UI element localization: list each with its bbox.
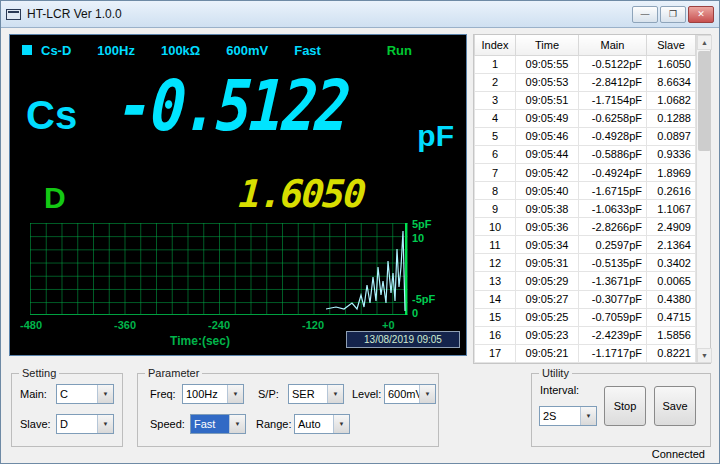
- waveform-trace: [326, 231, 405, 311]
- table-cell: -2.8266pF: [579, 218, 647, 236]
- log-panel: Index Time Main Slave 109:05:55-0.5122pF…: [473, 34, 711, 364]
- table-cell: 7: [475, 163, 516, 181]
- col-header-slave[interactable]: Slave: [647, 35, 696, 55]
- table-row[interactable]: 309:05:51-1.7154pF1.0682: [475, 91, 696, 109]
- setting-group-title: Setting: [19, 367, 59, 379]
- chevron-down-icon[interactable]: ▼: [97, 415, 113, 433]
- table-cell: 9: [475, 200, 516, 218]
- chevron-down-icon[interactable]: ▼: [327, 385, 343, 403]
- table-row[interactable]: 809:05:40-1.6715pF0.2616: [475, 182, 696, 200]
- col-header-main[interactable]: Main: [579, 35, 647, 55]
- maximize-button[interactable]: ❐: [660, 6, 686, 23]
- table-row[interactable]: 1609:05:23-2.4239pF1.5856: [475, 326, 696, 344]
- table-cell: -0.6258pF: [579, 109, 647, 127]
- table-cell: 2.1364: [647, 236, 696, 254]
- table-cell: 09:05:34: [516, 236, 579, 254]
- range-readout: 100kΩ: [161, 43, 200, 58]
- chevron-down-icon[interactable]: ▼: [97, 385, 113, 403]
- parameter-group-title: Parameter: [145, 367, 202, 379]
- table-cell: -2.8412pF: [579, 73, 647, 91]
- x-tick: +0: [382, 319, 395, 331]
- table-row[interactable]: 1709:05:21-1.1717pF0.8221: [475, 344, 696, 362]
- table-row[interactable]: 609:05:44-0.5886pF0.9336: [475, 145, 696, 163]
- chevron-down-icon[interactable]: ▼: [229, 415, 245, 433]
- table-cell: 0.4715: [647, 308, 696, 326]
- main-select[interactable]: C ▼: [56, 384, 114, 404]
- scroll-up-icon[interactable]: ▲: [697, 35, 712, 50]
- level-readout: 600mV: [226, 43, 268, 58]
- speed-label: Speed:: [150, 418, 185, 430]
- window-title: HT-LCR Ver 1.0.0: [27, 7, 122, 21]
- table-cell: 1.1067: [647, 200, 696, 218]
- table-row[interactable]: 709:05:42-0.4924pF1.8969: [475, 163, 696, 181]
- x-tick: -240: [208, 319, 230, 331]
- table-cell: 09:05:38: [516, 200, 579, 218]
- y-axis-top-secondary: 10: [412, 232, 424, 244]
- col-header-index[interactable]: Index: [475, 35, 516, 55]
- table-row[interactable]: 1009:05:36-2.8266pF2.4909: [475, 218, 696, 236]
- slave-select-value: D: [57, 415, 97, 433]
- table-cell: 14: [475, 290, 516, 308]
- table-scrollbar[interactable]: ▲ ▼: [696, 35, 710, 363]
- app-icon: [6, 9, 21, 20]
- table-cell: -1.6715pF: [579, 182, 647, 200]
- table-row[interactable]: 1109:05:340.2597pF2.1364: [475, 236, 696, 254]
- table-row[interactable]: 1309:05:29-1.3671pF0.0065: [475, 272, 696, 290]
- table-cell: 09:05:53: [516, 73, 579, 91]
- scrollbar-thumb[interactable]: [698, 51, 711, 151]
- chevron-down-icon[interactable]: ▼: [419, 385, 435, 403]
- chevron-down-icon[interactable]: ▼: [580, 407, 596, 425]
- table-cell: 09:05:46: [516, 127, 579, 145]
- x-tick: -360: [114, 319, 136, 331]
- speed-select[interactable]: Fast ▼: [190, 414, 246, 434]
- table-row[interactable]: 909:05:38-1.0633pF1.1067: [475, 200, 696, 218]
- level-select[interactable]: 600mV ▼: [384, 384, 436, 404]
- save-button[interactable]: Save: [654, 386, 696, 426]
- table-row[interactable]: 509:05:46-0.4928pF0.0897: [475, 127, 696, 145]
- table-cell: 1.0682: [647, 91, 696, 109]
- scroll-down-icon[interactable]: ▼: [697, 348, 712, 363]
- sp-select[interactable]: SER ▼: [288, 384, 344, 404]
- table-cell: -1.3671pF: [579, 272, 647, 290]
- table-cell: 09:05:36: [516, 218, 579, 236]
- table-cell: 09:05:29: [516, 272, 579, 290]
- setting-group: Setting Main: C ▼ Slave: D ▼: [11, 373, 123, 447]
- table-cell: 09:05:40: [516, 182, 579, 200]
- table-cell: 0.0897: [647, 127, 696, 145]
- table-cell: -0.5135pF: [579, 254, 647, 272]
- run-state: Run: [387, 43, 412, 58]
- main-parameter-label: Cs: [26, 93, 77, 138]
- freq-select[interactable]: 100Hz ▼: [182, 384, 244, 404]
- close-button[interactable]: ✕: [688, 6, 714, 23]
- table-row[interactable]: 409:05:49-0.6258pF0.1288: [475, 109, 696, 127]
- minimize-button[interactable]: —: [632, 6, 658, 23]
- table-row[interactable]: 209:05:53-2.8412pF8.6634: [475, 73, 696, 91]
- col-header-time[interactable]: Time: [516, 35, 579, 55]
- table-cell: 17: [475, 344, 516, 362]
- waveform: [30, 223, 408, 315]
- table-cell: 09:05:27: [516, 290, 579, 308]
- chevron-down-icon[interactable]: ▼: [333, 415, 349, 433]
- stop-button[interactable]: Stop: [604, 386, 646, 426]
- table-cell: 8: [475, 182, 516, 200]
- freq-label: Freq:: [150, 388, 176, 400]
- table-cell: 15: [475, 308, 516, 326]
- table-row[interactable]: 1509:05:25-0.7059pF0.4715: [475, 308, 696, 326]
- table-cell: 0.9336: [647, 145, 696, 163]
- table-cell: 09:05:49: [516, 109, 579, 127]
- chevron-down-icon[interactable]: ▼: [227, 385, 243, 403]
- lcd-status-bar: Cs-D 100Hz 100kΩ 600mV Fast Run: [22, 42, 458, 58]
- range-select[interactable]: Auto ▼: [294, 414, 350, 434]
- table-cell: 09:05:51: [516, 91, 579, 109]
- table-row[interactable]: 1209:05:31-0.5135pF0.3402: [475, 254, 696, 272]
- slave-select[interactable]: D ▼: [56, 414, 114, 434]
- table-header-row: Index Time Main Slave: [475, 35, 696, 55]
- x-axis-label: Time:(sec): [30, 334, 370, 348]
- table-row[interactable]: 109:05:55-0.5122pF1.6050: [475, 55, 696, 73]
- table-cell: 0.8221: [647, 344, 696, 362]
- interval-select-value: 2S: [540, 407, 580, 425]
- range-select-value: Auto: [295, 415, 333, 433]
- interval-select[interactable]: 2S ▼: [539, 406, 597, 426]
- table-row[interactable]: 1409:05:27-0.3077pF0.4380: [475, 290, 696, 308]
- table-cell: 09:05:23: [516, 326, 579, 344]
